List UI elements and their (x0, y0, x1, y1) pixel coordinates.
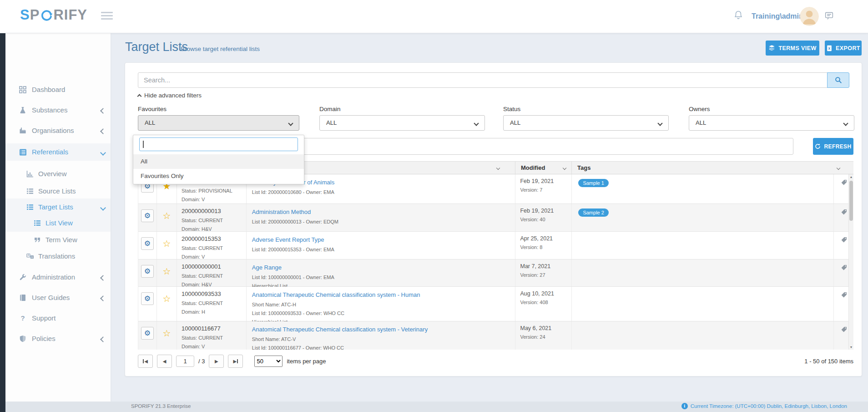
list-name-link[interactable]: Anatomical Therapeutic Chemical classifi… (252, 291, 420, 298)
layers-icon (768, 45, 775, 51)
favourite-star-icon[interactable]: ☆ (162, 238, 171, 249)
export-button[interactable]: x EXPORT (825, 41, 862, 56)
row-settings-button[interactable]: ⚙ (141, 265, 154, 278)
list-name-link[interactable]: Anatomical Therapeutic Chemical classifi… (252, 326, 428, 333)
table-row: ⚙☆100000093533Status: CURRENTDomain: HAn… (138, 287, 853, 321)
hide-advanced-filters-toggle[interactable]: Hide advanced filters (138, 92, 202, 99)
sidebar-item-translations[interactable]: AxTranslations (5, 248, 111, 265)
sidebar-item-user-guides[interactable]: User Guides (5, 289, 111, 306)
sidebar-item-label: Support (32, 310, 56, 327)
factory-icon (19, 127, 27, 135)
refresh-label: REFRESH (824, 143, 851, 150)
column-menu-icon[interactable] (837, 166, 840, 170)
tags-column-label: Tags (577, 164, 590, 171)
tag-badge[interactable]: Sample 2 (578, 209, 608, 217)
status-filter-select[interactable]: ALL (503, 115, 669, 131)
column-header-modified: Modified (515, 162, 572, 174)
modified-date: Aug 10, 2021 (520, 290, 571, 297)
chevron-down-icon (474, 121, 479, 126)
favourite-star-icon[interactable]: ☆ (162, 293, 171, 304)
row-settings-button[interactable]: ⚙ (141, 327, 154, 340)
sidebar-item-source-lists[interactable]: Source Lists (5, 183, 111, 200)
modified-date: May 6, 2021 (520, 325, 571, 331)
tag-icon[interactable] (841, 179, 847, 186)
favourite-star-icon[interactable]: ☆ (162, 210, 171, 221)
favourites-filter-select[interactable]: ALL (138, 115, 299, 131)
sidebar-item-dashboard[interactable]: Dashboard (5, 81, 111, 98)
scroll-down-icon[interactable]: ▼ (849, 346, 853, 349)
next-page-button[interactable]: ▶ (209, 355, 224, 368)
sidebar-item-term-view[interactable]: Term View (5, 231, 111, 249)
list-name-link[interactable]: Administration Method (252, 209, 311, 215)
list-name-link[interactable]: Adverse Event Report Type (252, 236, 324, 243)
table-row: ⚙☆200000015353Status: CURRENTDomain: VAd… (138, 232, 853, 259)
favourite-star-icon[interactable]: ☆ (162, 266, 171, 277)
version-label: Version: 7 (520, 187, 571, 193)
total-pages-label: / 3 (198, 358, 205, 365)
logo-letter-p: P (30, 7, 40, 23)
tag-icon[interactable] (841, 292, 847, 298)
owners-filter-select[interactable]: ALL (689, 115, 854, 131)
chevron-down-icon (288, 121, 293, 126)
sporify-logo: SP RIFY (20, 7, 87, 23)
feedback-chat-icon[interactable] (824, 11, 834, 20)
sidebar-item-target-lists[interactable]: Target Lists (5, 198, 111, 216)
wrench-icon (19, 274, 27, 281)
question-icon: ? (19, 315, 27, 322)
row-settings-button[interactable]: ⚙ (141, 292, 154, 305)
scrollbar-thumb[interactable] (849, 181, 853, 221)
list-meta: Status: CURRENT (182, 245, 246, 251)
dashboard-icon (19, 86, 27, 94)
column-menu-icon[interactable] (563, 166, 566, 170)
domain-filter-select[interactable]: ALL (319, 115, 485, 131)
gear-icon: ⚙ (144, 212, 151, 219)
dropdown-option-all[interactable]: All (133, 154, 304, 169)
chevron-left-icon (100, 275, 106, 281)
page-number-input[interactable] (176, 356, 194, 367)
first-page-button[interactable]: ◀ (138, 355, 153, 368)
chevron-up-icon (137, 94, 142, 98)
sidebar-item-policies[interactable]: Policies (5, 330, 111, 347)
table-scrollbar[interactable]: ▲ ▼ (848, 174, 853, 350)
search-button[interactable] (827, 72, 849, 88)
logged-in-user[interactable]: Training\admin (752, 0, 803, 33)
row-settings-button[interactable]: ⚙ (141, 209, 154, 222)
terms-view-button[interactable]: TERMS VIEW (766, 41, 819, 56)
left-edge-strip (0, 33, 5, 412)
previous-page-button[interactable]: ◀ (157, 355, 172, 368)
last-page-button[interactable]: ▶ (228, 355, 243, 368)
refresh-button[interactable]: REFRESH (813, 138, 853, 155)
chevron-down-icon (657, 121, 662, 126)
menu-toggle-icon[interactable] (101, 12, 113, 21)
scroll-up-icon[interactable]: ▲ (849, 175, 853, 178)
sidebar-item-organisations[interactable]: Organisations (5, 122, 111, 139)
tag-icon[interactable] (841, 326, 847, 333)
sidebar-item-support[interactable]: ?Support (5, 310, 111, 327)
sidebar-item-referentials[interactable]: Referentials (5, 143, 111, 161)
dropdown-filter-input[interactable] (139, 137, 298, 151)
dropdown-option-favourites-only[interactable]: Favourites Only (133, 169, 304, 183)
sidebar-item-overview[interactable]: Overview (5, 165, 111, 183)
list-name-link[interactable]: Age Range (252, 264, 282, 271)
tag-icon[interactable] (841, 264, 847, 271)
list-code: 100000116677 (182, 325, 246, 332)
favourite-star-icon[interactable]: ☆ (162, 328, 171, 339)
user-avatar[interactable] (800, 7, 819, 26)
search-input[interactable] (138, 72, 828, 88)
column-menu-icon[interactable] (496, 166, 500, 170)
chevron-left-icon (100, 336, 106, 342)
sidebar-item-administration[interactable]: Administration (5, 269, 111, 286)
logo-refresh-o-icon (40, 8, 53, 22)
tag-icon[interactable] (841, 237, 847, 243)
tag-icon[interactable] (841, 209, 847, 215)
modified-column-label: Modified (521, 164, 545, 171)
page-size-select[interactable]: 50 (254, 356, 283, 367)
notifications-bell-icon[interactable] (733, 10, 743, 20)
logo-letters-rest: RIFY (53, 7, 87, 23)
row-settings-button[interactable]: ⚙ (141, 237, 154, 250)
sidebar-item-substances[interactable]: Substances (5, 102, 111, 119)
list-meta: List Id: 200000000013 - Owner: EDQM (252, 219, 515, 224)
sidebar-item-label: Term View (45, 231, 77, 249)
sidebar-item-list-view[interactable]: List View (5, 214, 111, 232)
tag-badge[interactable]: Sample 1 (578, 179, 608, 187)
